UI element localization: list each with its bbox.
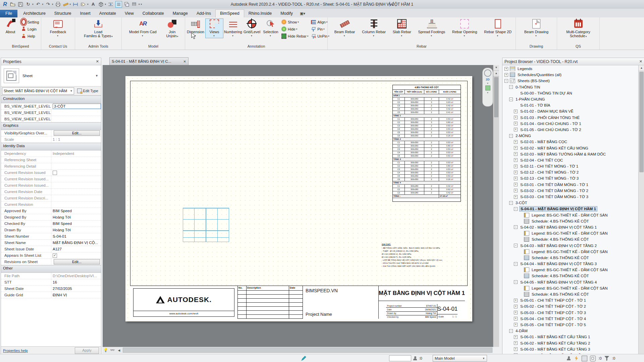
slab-rebar-button[interactable]: Slab Rebar▾ xyxy=(392,18,412,38)
feedback-button[interactable]: Feedback▾ xyxy=(49,18,67,38)
property-value[interactable]: ✓ xyxy=(51,252,101,258)
ribbon-tab[interactable]: Annotate xyxy=(95,10,120,17)
press-drag-icon[interactable] xyxy=(582,356,587,361)
tree-item[interactable]: +S-05-03 - CHI TIẾT THÉP CỘT - TỜ 3 xyxy=(502,310,638,316)
scroll-left-icon[interactable]: ◄ xyxy=(116,348,122,353)
tree-plus-expander-icon[interactable]: + xyxy=(514,183,518,186)
property-value[interactable]: 1 : 1 xyxy=(51,136,101,142)
tree-plus-expander-icon[interactable]: + xyxy=(514,311,518,314)
numbering-button[interactable]: Numbering▾ xyxy=(224,18,242,38)
show-button[interactable]: Show▾ xyxy=(280,19,309,25)
design-options-icon[interactable] xyxy=(566,356,571,361)
tree-plus-expander-icon[interactable]: + xyxy=(514,189,518,192)
sync-icon[interactable]: ↻ xyxy=(25,1,31,7)
tree-plus-expander-icon[interactable]: + xyxy=(514,140,518,144)
property-value[interactable]: BIM Speed xyxy=(51,208,101,214)
edit-button[interactable]: Edit... xyxy=(54,259,100,264)
scroll-collapse-icon[interactable]: ▼ xyxy=(493,65,499,71)
tree-item[interactable]: +S-01-04 - GHI CHÚ CHUNG - TỜ 1 xyxy=(502,121,638,127)
property-value[interactable]: MẶT BẰNG ĐỊNH VỊ CỘ... xyxy=(51,240,101,246)
tree-item[interactable]: +S-03-02 - CHI TIẾT DẦM MÓNG - TỜ 2 xyxy=(502,188,638,194)
tree-minus-expander-icon[interactable]: − xyxy=(504,79,508,83)
save-icon[interactable] xyxy=(17,1,23,7)
edit-button[interactable]: Edit... xyxy=(54,130,100,136)
tree-plus-expander-icon[interactable]: + xyxy=(514,305,518,308)
align-button[interactable]: Align▾ xyxy=(310,19,330,25)
property-value[interactable]: ĐỊNH VỊ xyxy=(51,292,101,298)
property-value[interactable] xyxy=(51,116,101,122)
active-workset-combo[interactable]: Main Model▼ xyxy=(433,355,487,362)
property-value[interactable] xyxy=(51,176,101,182)
tree-item[interactable]: +S-06-03 - MẶT BẰNG KẾT CẤU TẦNG 3 xyxy=(502,346,638,352)
grid-level-button[interactable]: Grid/Level▾ xyxy=(243,18,261,38)
modify-tab-dropdown-icon[interactable]: ▣▾ xyxy=(300,11,305,17)
property-value[interactable]: 16 xyxy=(51,279,101,285)
multi-category-schedule-button[interactable]: Multi-Category Schedule ▾ xyxy=(565,18,591,39)
measure-icon[interactable] xyxy=(63,1,69,7)
horizontal-scroll-thumb[interactable] xyxy=(123,348,492,353)
property-value[interactable]: Edit... xyxy=(51,259,101,265)
browser-scroll-up-icon[interactable]: ▲ xyxy=(639,65,644,71)
filter-icon[interactable] xyxy=(604,356,609,361)
browser-scrollbar[interactable]: ▲ xyxy=(638,65,644,354)
scroll-up-icon[interactable]: ▲ xyxy=(493,71,499,76)
zoom-region-icon[interactable] xyxy=(485,85,490,90)
ribbon-tab[interactable]: BimSpeed xyxy=(215,9,244,17)
tree-item[interactable]: −S-04-04 - MẶT BẰNG ĐỊNH VỊ CỘT TẦNG 3 xyxy=(502,261,638,267)
tree-item[interactable]: +Schedules/Quantities (all) xyxy=(502,72,638,78)
ribbon-tab[interactable]: Architecture xyxy=(19,10,50,17)
tree-plus-expander-icon[interactable]: + xyxy=(504,67,508,71)
property-value[interactable]: Hoàng Tới xyxy=(51,227,101,233)
tree-item[interactable]: Schedule: 4.BS-THỐNG KÊ CỘT xyxy=(502,255,638,261)
properties-section-header[interactable]: Graphics xyxy=(1,122,101,130)
tree-item[interactable]: −0-THÔNG TIN xyxy=(502,84,638,90)
sync-dropdown-icon[interactable]: ▾ xyxy=(32,3,34,6)
tree-item[interactable]: S-00-00 - THÔNG TIN DỰ ÁN xyxy=(502,90,638,96)
reveal-hidden-icon[interactable]: 💡 xyxy=(103,348,109,353)
ribbon-tab[interactable]: Manage xyxy=(168,10,192,17)
navigation-bar[interactable]: 2D ▼ ▼ xyxy=(482,68,493,107)
tree-minus-expander-icon[interactable]: − xyxy=(514,262,518,266)
ribbon-tab[interactable]: Add-Ins xyxy=(192,10,215,17)
tag-dropdown-icon[interactable]: ▾ xyxy=(87,3,89,6)
tree-plus-expander-icon[interactable]: + xyxy=(514,122,518,125)
select-links-icon[interactable] xyxy=(590,356,596,361)
tree-item[interactable]: Legend: BS-GC-THIẾT KẾ - DẦM CỘT SÀN xyxy=(502,249,638,255)
tree-item[interactable]: +S-02-02 - MẶT BẰNG KẾT CẤU MÓNG xyxy=(502,145,638,151)
thin-lines-icon[interactable] xyxy=(115,1,122,8)
tree-item[interactable]: +S-02-11 - CHI TIẾT MÓNG - TỜ 1 xyxy=(502,163,638,169)
tree-item[interactable]: −S-04-05 - MẶT BẰNG ĐỊNH VỊ CỘT TẦNG 4 xyxy=(502,279,638,285)
tree-item-selected[interactable]: −S-04-01 - MẶT BẰNG ĐỊNH VỊ CỘT HẦM 1 xyxy=(502,206,638,212)
tree-minus-expander-icon[interactable]: − xyxy=(509,329,513,333)
browser-scroll-thumb[interactable] xyxy=(639,72,644,172)
property-value[interactable] xyxy=(51,163,101,169)
property-value[interactable]: Hoàng Tới xyxy=(51,214,101,220)
pin-button[interactable]: Pin▾ xyxy=(310,26,330,32)
tree-item[interactable]: Schedule: 4.BS-THỐNG KÊ CỘT xyxy=(502,236,638,242)
property-value[interactable] xyxy=(51,170,101,176)
panel-label-drawing[interactable]: Drawing xyxy=(516,44,557,50)
print-icon[interactable] xyxy=(55,1,61,7)
beam-rebar-button[interactable]: Beam Rebar▾ xyxy=(333,18,356,38)
guide-grid[interactable] xyxy=(183,208,229,242)
beam-drawing-button[interactable]: Beam Drawing▾ xyxy=(523,18,549,38)
status-search-input[interactable] xyxy=(389,355,411,361)
project-browser-close-icon[interactable]: ✕ xyxy=(639,59,642,64)
drawing-area[interactable]: 4.BS-THỐNG KÊ CỘT TÊN CỘTTIẾT DIỆN (bxh)… xyxy=(103,65,493,347)
property-checkbox[interactable]: ✓ xyxy=(53,253,57,258)
tree-plus-expander-icon[interactable]: + xyxy=(514,341,518,345)
tree-plus-expander-icon[interactable]: + xyxy=(514,347,518,351)
revit-logo-icon[interactable]: R xyxy=(2,1,8,7)
rebar-opening-button[interactable]: Rebar Opening▾ xyxy=(451,18,478,38)
nav-dropdown2-icon[interactable]: ▼ xyxy=(487,92,489,94)
property-value[interactable] xyxy=(51,110,101,116)
vertical-scroll-thumb[interactable] xyxy=(494,77,498,117)
tree-item[interactable]: −1-PHẦN CHUNG xyxy=(502,96,638,102)
property-value[interactable]: D:\OneDrive\Desktop\VI... xyxy=(51,273,101,279)
tree-item[interactable]: +Legends xyxy=(502,66,638,72)
tree-item[interactable]: +S-02-03 - MẶT BẰNG TƯỜNG HẦM & RAM DỐC xyxy=(502,151,638,157)
tree-plus-expander-icon[interactable]: + xyxy=(514,158,518,162)
ribbon-tab[interactable]: Insert xyxy=(76,10,95,17)
tree-minus-expander-icon[interactable]: − xyxy=(514,207,518,211)
model-from-cad-button[interactable]: AR Model From Cad▾ xyxy=(128,18,158,38)
